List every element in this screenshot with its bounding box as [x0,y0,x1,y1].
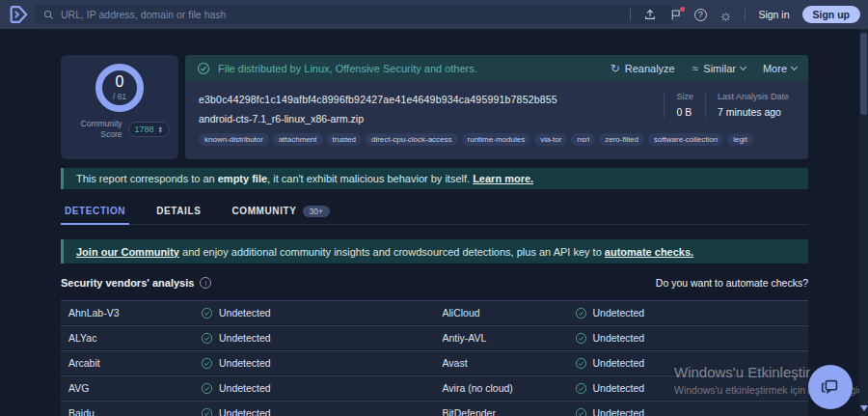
vendor-name: Baidu [68,407,201,416]
tag-chip[interactable]: attachment [273,133,323,146]
more-button[interactable]: More [763,63,797,74]
check-circle-icon [575,357,587,370]
vendor-cell: Antiy-AVL Undetected [435,332,809,345]
vendor-status: Undetected [575,407,645,416]
check-circle-icon [575,407,587,416]
automate-checks-link[interactable]: automate checks. [605,246,693,258]
vendor-status: Undetected [201,382,271,395]
vendor-name: AliCloud [443,307,575,319]
chevron-down-icon [791,64,798,70]
vendor-status: Undetected [201,307,271,319]
divider [630,8,631,21]
virustotal-logo-icon[interactable] [8,4,29,25]
sign-up-button[interactable]: Sign up [802,6,861,23]
feedback-chat-button[interactable] [808,365,853,409]
check-circle-icon [575,307,587,319]
check-circle-icon [201,307,213,319]
community-score-label: Community Score [81,119,122,140]
tag-chip[interactable]: software-collection [648,133,723,146]
help-icon[interactable]: ? [694,9,707,21]
vendor-name: BitDefender [443,407,575,416]
chevron-down-icon [740,64,746,70]
check-circle-icon [201,332,213,345]
table-row: AhnLab-V3 Undetected AliCloud Undetected [61,300,808,324]
check-circle-icon [575,332,587,345]
vendor-status: Undetected [201,357,271,370]
notifications-flag-icon[interactable] [669,9,682,21]
search-bar[interactable] [35,5,673,24]
check-circle-icon [197,62,210,75]
vendor-name: Avira (no cloud) [443,382,575,394]
vendor-cell: Baidu Undetected [61,407,435,416]
tag-chip[interactable]: trusted [327,133,362,146]
chat-bubbles-icon [820,376,841,398]
empty-file-notice: This report corresponds to an empty file… [61,168,808,189]
last-analysis-block: Last Analysis Date 7 minutes ago [705,92,800,118]
engines-total: / 61 [113,92,126,101]
tab-details[interactable]: DETAILS [152,199,204,225]
vendor-cell: AliCloud Undetected [435,307,809,319]
join-community-banner: Join our Community and enjoy additional … [61,239,808,263]
notification-dot [680,7,685,12]
notice-text: This report corresponds to an [76,173,218,184]
check-circle-icon [575,382,587,395]
divider [745,8,746,21]
vendors-analysis-header: Security vendors' analysis i Do you want… [61,277,808,289]
community-votes-pill[interactable]: 1788 ▲ ▼ [128,122,170,137]
vendor-cell: BitDefender Undetected [435,407,809,416]
similar-icon: ≈ [692,62,699,75]
vendor-name: Avast [443,357,575,369]
reanalyze-icon: ↻ [610,62,620,75]
vendors-analysis-title: Security vendors' analysis i [61,277,211,289]
vendor-status: Undetected [201,407,271,416]
info-icon[interactable]: i [200,277,211,289]
file-size-block: Size 0 B [664,92,705,118]
file-meta: Size 0 B Last Analysis Date 7 minutes ag… [664,92,800,118]
vendor-cell: ALYac Undetected [61,332,435,345]
last-analysis-value: 7 minutes ago [718,106,789,118]
tag-chip[interactable]: legit [727,133,753,146]
check-circle-icon [201,407,213,416]
upload-icon[interactable] [643,8,657,21]
search-input[interactable] [61,9,665,20]
report-tabs: DETECTION DETAILS COMMUNITY30+ [61,199,808,225]
reanalyze-button[interactable]: ↻Reanalyze [610,62,675,75]
community-score-row: Community Score 1788 ▲ ▼ [61,117,178,140]
theme-toggle-icon[interactable]: ☼ [719,8,733,22]
vendor-status: Undetected [201,332,271,345]
automate-checks-question-link[interactable]: Do you want to automate checks? [656,277,808,289]
join-community-link[interactable]: Join our Community [76,246,179,258]
tag-chip[interactable]: via-tor [534,133,567,146]
scrollbar-thumb[interactable] [860,33,867,115]
tag-chip[interactable]: known-distributor [199,133,269,146]
vendor-cell: AhnLab-V3 Undetected [61,307,435,319]
header-actions: ? ☼ Sign in Sign up [630,0,860,29]
vendor-status: Undetected [575,357,645,370]
scrollbar-down-arrow-icon[interactable] [860,405,868,411]
file-info-card: File distributed by Linux, Offensive Sec… [185,55,808,159]
tag-chip[interactable]: zero-filled [599,133,644,146]
tag-chip[interactable]: runtime-modules [462,133,531,146]
notice-text: , it can't exhibit malicious behavior by… [267,173,473,184]
banner-text: and enjoy additional community insights … [179,246,605,258]
tag-chip[interactable]: nsrl [571,133,595,146]
community-count-badge: 30+ [303,206,330,217]
similar-button[interactable]: ≈Similar [692,62,746,75]
vendors-table: AhnLab-V3 Undetected AliCloud Undetected… [61,300,808,416]
distribution-banner: File distributed by Linux, Offensive Sec… [185,55,808,82]
learn-more-link[interactable]: Learn more. [473,173,533,184]
detections-count: 0 [116,74,124,90]
scrollbar[interactable] [859,29,868,416]
vote-down-icon[interactable]: ▼ [158,129,163,133]
vendor-status: Undetected [575,332,645,345]
top-navbar: ? ☼ Sign in Sign up [0,0,868,29]
tab-community[interactable]: COMMUNITY30+ [228,199,333,225]
table-row: ALYac Undetected Antiy-AVL Undetected [61,325,808,349]
check-circle-icon [201,357,213,370]
tag-chip[interactable]: direct-cpu-clock-access [366,133,458,146]
detection-score-card: 0 / 61 Community Score 1788 ▲ ▼ [61,55,178,159]
search-icon [43,10,54,20]
tab-detection[interactable]: DETECTION [61,199,129,225]
detection-score-ring: 0 / 61 [95,64,144,112]
sign-in-link[interactable]: Sign in [758,9,789,20]
